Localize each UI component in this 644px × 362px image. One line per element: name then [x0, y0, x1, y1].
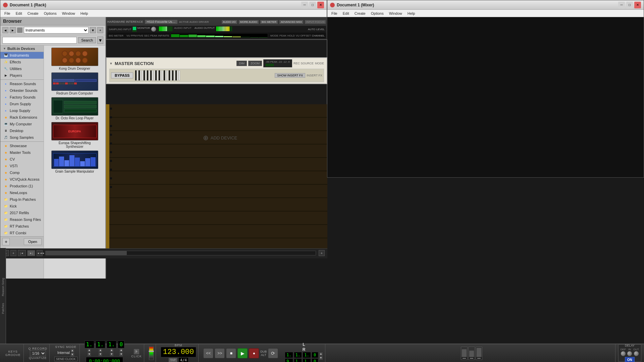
- mixer-menu-create[interactable]: Create: [352, 11, 368, 16]
- master-zoom-button[interactable]: ZOOM: [248, 61, 262, 66]
- record-button[interactable]: ●: [249, 348, 259, 358]
- tree-item-my-computer[interactable]: 💻 My Computer: [0, 121, 44, 127]
- click-icon[interactable]: [133, 349, 140, 355]
- tree-item-kick[interactable]: 📁 Kick: [0, 203, 44, 209]
- rack-close-button[interactable]: ✕: [317, 2, 324, 8]
- input-focus-button[interactable]: INPUT FOCUS: [305, 20, 326, 24]
- tap-button[interactable]: TAP: [168, 358, 177, 362]
- browser-location-options[interactable]: ▼: [90, 27, 96, 33]
- tree-item-newloops[interactable]: ★ NewLoops: [0, 189, 44, 196]
- tree-item-desktop[interactable]: 🖥 Desktop: [0, 127, 44, 134]
- mixer-menu-edit[interactable]: Edit: [340, 11, 352, 16]
- tree-item-rt-patches[interactable]: 📁 RT Patches: [0, 223, 44, 230]
- lr-down[interactable]: ▼: [319, 356, 323, 360]
- sync-mode-up[interactable]: ▲: [70, 349, 74, 353]
- master-dim-button[interactable]: DIM: [236, 61, 247, 66]
- tree-item-effects[interactable]: ✨ Effects: [0, 59, 44, 65]
- beat-down[interactable]: ▼: [98, 352, 102, 356]
- more-audio-button[interactable]: MORE AUDIO: [238, 20, 259, 24]
- tree-item-showcase[interactable]: ★ Showcase: [0, 142, 44, 149]
- mixer-menu-window[interactable]: Window: [386, 11, 405, 16]
- rack-to-end-button[interactable]: ►|: [27, 250, 35, 256]
- tree-item-comp[interactable]: ★ Comp: [0, 169, 44, 176]
- rack-minimize-button[interactable]: ─: [301, 2, 308, 8]
- mixer-channel-1[interactable]: [461, 347, 468, 360]
- instrument-card-grain[interactable]: Grain Sample Manipulator: [45, 150, 104, 174]
- tree-item-loop-supply[interactable]: ● Loop Supply: [0, 107, 44, 114]
- instrument-card-octo[interactable]: Dr. Octo Rex Loop Player: [45, 97, 104, 121]
- offset-down[interactable]: ▼: [119, 352, 123, 356]
- tree-item-master-tools[interactable]: ★ Master Tools: [0, 149, 44, 156]
- rack-menu-create[interactable]: Create: [25, 11, 41, 16]
- sync-mode-down[interactable]: ▼: [70, 353, 74, 357]
- tree-item-players[interactable]: ▶ Players: [0, 72, 44, 79]
- rack-menu-edit[interactable]: Edit: [13, 11, 25, 16]
- instrument-card-europa[interactable]: EUROPA Europa Shapeshifting Synthesizer: [45, 121, 104, 149]
- delay-on-button[interactable]: ON: [625, 357, 635, 362]
- mixer-channel-2[interactable]: [468, 347, 475, 360]
- out-knob[interactable]: [634, 351, 639, 356]
- click-level-slider[interactable]: [149, 347, 154, 360]
- browser-add-button[interactable]: +: [97, 27, 103, 33]
- mixer-minimize-button[interactable]: ─: [618, 2, 625, 8]
- browser-location-select[interactable]: Instruments: [24, 27, 89, 34]
- bar-down[interactable]: ▼: [87, 352, 91, 356]
- tick-down[interactable]: ▼: [110, 352, 114, 356]
- loop-button[interactable]: ⟳: [268, 348, 278, 358]
- bypass-button[interactable]: BYPASS: [111, 72, 133, 78]
- mixer-menu-options[interactable]: Options: [368, 11, 386, 16]
- play-button[interactable]: ▶: [237, 348, 248, 358]
- zoom-in-button[interactable]: +: [10, 250, 16, 256]
- rack-menu-help[interactable]: Help: [78, 11, 91, 16]
- tree-item-rack-extensions[interactable]: ★ Rack Extensions: [0, 114, 44, 121]
- forward-button[interactable]: >>: [215, 348, 225, 358]
- rack-scroll-left[interactable]: ◄◄►: [37, 250, 43, 256]
- mixer-maximize-button[interactable]: □: [626, 2, 633, 8]
- tree-item-cv[interactable]: ★ CV: [0, 156, 44, 163]
- stop-button[interactable]: ■: [226, 348, 236, 358]
- open-button[interactable]: Open: [24, 238, 42, 245]
- rack-maximize-button[interactable]: □: [309, 2, 316, 8]
- timeline-scrubber[interactable]: [45, 251, 316, 255]
- rack-menu-window[interactable]: Window: [59, 11, 78, 16]
- tree-item-vcvquick[interactable]: ★ VCVQuick Access: [0, 176, 44, 183]
- tick-up[interactable]: ▲: [110, 348, 114, 352]
- tree-item-reason-sounds[interactable]: ● Reason Sounds: [0, 80, 44, 87]
- rack-menu-file[interactable]: File: [2, 11, 13, 16]
- monitor-knob[interactable]: [151, 26, 156, 32]
- instrument-card-kong[interactable]: Kong Drum Designer: [45, 47, 104, 71]
- search-options-button[interactable]: ▼: [97, 37, 103, 44]
- tree-item-drum-supply[interactable]: ● Drum Supply: [0, 101, 44, 107]
- big-meter-button[interactable]: BIG METER: [260, 20, 278, 24]
- tree-item-vsti[interactable]: ★ VSTi: [0, 163, 44, 169]
- search-button[interactable]: Search: [78, 37, 96, 43]
- tree-item-rt-combi[interactable]: 📁 RT Combi: [0, 230, 44, 236]
- tree-item-instruments[interactable]: 🎹 Instruments: [0, 52, 44, 59]
- tree-item-orkester-sounds[interactable]: ● Orkester Sounds: [0, 87, 44, 94]
- send-clock-button[interactable]: SEND CLOCK: [54, 357, 77, 361]
- rack-to-start-button[interactable]: |◄: [18, 250, 26, 256]
- search-input[interactable]: [2, 37, 77, 44]
- built-in-devices-header[interactable]: ▼ Built-in Devices: [0, 46, 44, 52]
- add-location-button[interactable]: +: [2, 238, 10, 245]
- tree-item-song-samples[interactable]: 🎵 Song Samples: [0, 134, 44, 141]
- browser-forward-button[interactable]: ►: [10, 27, 16, 33]
- advanced-midi-button[interactable]: ADVANCED MIDI: [279, 20, 304, 24]
- tree-item-production[interactable]: ★ Production (1): [0, 183, 44, 189]
- tree-item-factory-sounds[interactable]: ● Factory Sounds: [0, 94, 44, 101]
- dep-knob[interactable]: [621, 351, 626, 356]
- instrument-card-redrum[interactable]: Redrum Drum Computer: [45, 72, 104, 96]
- quantize-select[interactable]: 1/16 1/8 1/4: [30, 350, 46, 356]
- bar-up[interactable]: ▲: [87, 348, 91, 352]
- tree-item-reason-song-files[interactable]: 📁 Reason Song Files: [0, 216, 44, 223]
- bpm-display[interactable]: 123.000: [161, 347, 196, 357]
- tree-item-utilities[interactable]: 🔧 Utilities: [0, 65, 44, 72]
- tree-item-refills-2017[interactable]: 📁 2017 Refills: [0, 209, 44, 216]
- beat-up[interactable]: ▲: [98, 348, 102, 352]
- browser-back-button[interactable]: ◄: [2, 27, 8, 33]
- mixer-menu-help[interactable]: Help: [405, 11, 418, 16]
- tree-item-plugin-patches[interactable]: 📁 Plug-In Patches: [0, 196, 44, 203]
- add-device-area[interactable]: ⊕ ADD DEVICE: [113, 104, 327, 171]
- rack-menu-options[interactable]: Options: [41, 11, 59, 16]
- mixer-menu-file[interactable]: File: [329, 11, 340, 16]
